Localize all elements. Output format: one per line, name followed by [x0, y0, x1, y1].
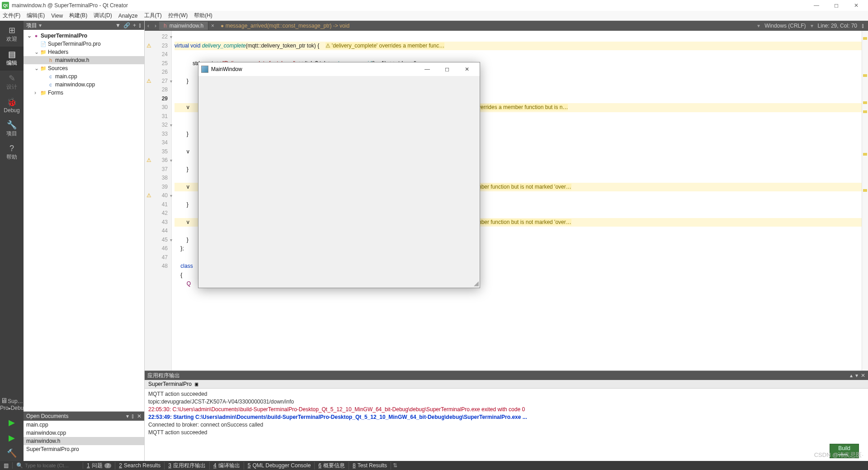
qtcreator-icon: Qt — [2, 2, 9, 9]
close-icon[interactable]: ✕ — [137, 413, 142, 419]
mode-welcome[interactable]: ⊞欢迎 — [0, 23, 24, 47]
child-close-button[interactable]: ✕ — [457, 66, 477, 72]
nav-fwd-icon[interactable]: › — [152, 23, 159, 29]
chevron-down-icon[interactable]: ▾ — [39, 22, 42, 28]
output-close-icon[interactable]: ✕ — [861, 372, 865, 379]
kit-selector[interactable]: 🖥Sup…Pro▸Debug — [0, 394, 24, 415]
tree-item[interactable]: cmainwindow.cpp — [24, 81, 144, 89]
project-pane-header: 项目 ▾ ▼ 🔗 + ⫿ — [24, 21, 144, 30]
mode-projects[interactable]: 🔧项目 — [0, 117, 24, 141]
output-body[interactable]: MQTT action succeededtopic:devupgrade/JC… — [145, 389, 868, 461]
split-editor-icon[interactable]: ⫿ — [862, 23, 864, 29]
split-icon[interactable]: ⫿ — [132, 413, 134, 419]
line-gutter[interactable]: ▾22⚠23242526⚠▾2728293031▾32333435⚠▾36373… — [145, 31, 172, 370]
tree-item[interactable]: hmainwindow.h — [24, 56, 144, 64]
editor-tab[interactable]: h mainwindow.h — [159, 22, 208, 30]
status-tab[interactable]: 8 Test Results — [349, 462, 391, 470]
tree-item[interactable]: ⌄●SuperTerminalPro — [24, 32, 144, 40]
symbol-crumb[interactable]: ● message_arrived(mqtt::const_message_pt… — [217, 23, 353, 29]
menu-debug[interactable]: 调试(D) — [94, 12, 112, 19]
window-minimize-button[interactable]: — — [807, 0, 826, 11]
output-pane: 应用程序输出 ▴ ▾ ✕ SuperTerminalPro ▣ MQTT act… — [145, 370, 868, 461]
open-doc-item[interactable]: mainwindow.h — [24, 437, 144, 445]
run-button[interactable]: ▶ — [9, 415, 15, 430]
mode-bar: ⊞欢迎 ▤编辑 ✎设计 🐞Debug 🔧项目 ?帮助 🖥Sup…Pro▸Debu… — [0, 21, 24, 461]
resize-grip-icon[interactable]: ◢ — [474, 280, 479, 287]
status-tab[interactable]: 6 概要信息 — [315, 462, 349, 470]
tree-item[interactable]: ⌄📁Headers — [24, 48, 144, 56]
open-doc-item[interactable]: main.cpp — [24, 421, 144, 429]
mode-edit[interactable]: ▤编辑 — [0, 47, 24, 71]
open-docs-list[interactable]: main.cppmainwindow.cppmainwindow.hSuperT… — [24, 421, 144, 461]
search-icon: 🔍 — [16, 462, 23, 469]
menu-tools[interactable]: 工具(T) — [144, 12, 162, 19]
menu-build[interactable]: 构建(B) — [69, 12, 87, 19]
build-button[interactable]: 🔨 — [7, 446, 17, 461]
mode-help[interactable]: ?帮助 — [0, 141, 24, 165]
tree-item[interactable]: ›📁Forms — [24, 89, 144, 97]
menu-file[interactable]: 文件(F) — [3, 12, 20, 19]
open-doc-item[interactable]: mainwindow.cpp — [24, 429, 144, 437]
locator-input[interactable] — [25, 463, 79, 468]
app-icon — [201, 66, 208, 73]
build-badge[interactable]: Build━━━━ — [830, 444, 859, 458]
open-docs-header: Open Documents ▾ ⫿ ✕ — [24, 412, 144, 421]
app-titlebar: Qt mainwindow.h @ SuperTerminalPro - Qt … — [0, 0, 868, 11]
open-doc-item[interactable]: SuperTerminalPro.pro — [24, 445, 144, 453]
sidebar-toggle-icon[interactable]: ▥ — [0, 462, 13, 469]
output-up-icon[interactable]: ▴ — [850, 372, 853, 379]
status-tab[interactable]: 1 问题 7 — [83, 462, 115, 470]
child-window-title: MainWindow — [211, 66, 242, 72]
project-tree[interactable]: ⌄●SuperTerminalPro📄SuperTerminalPro.pro⌄… — [24, 30, 144, 411]
window-close-button[interactable]: ✕ — [846, 0, 866, 11]
filter-icon[interactable]: ▼ — [115, 22, 121, 28]
run-debug-button[interactable]: ▶ — [9, 430, 15, 446]
header-file-icon: h — [164, 23, 167, 29]
statusbar: ▥ 🔍 1 问题 72 Search Results3 应用程序输出4 编译输出… — [0, 461, 868, 470]
output-tab[interactable]: SuperTerminalPro ▣ — [145, 380, 868, 389]
tab-close-icon[interactable]: × — [208, 23, 217, 29]
menu-help[interactable]: 帮助(H) — [194, 12, 212, 19]
cursor-position: Line: 29, Col: 70 — [818, 23, 857, 29]
menubar: 文件(F) 编辑(E) View 构建(B) 调试(D) Analyze 工具(… — [0, 11, 868, 21]
split-icon[interactable]: ⫿ — [139, 22, 142, 28]
output-down-icon[interactable]: ▾ — [855, 372, 858, 379]
chevron-down-icon[interactable]: ▾ — [126, 413, 129, 419]
output-title: 应用程序输出 — [147, 372, 180, 380]
minimap[interactable] — [862, 31, 868, 370]
child-minimize-button[interactable]: — — [417, 66, 437, 72]
more-icon[interactable]: ⇅ — [393, 462, 397, 469]
encoding-indicator[interactable]: Windows (CRLF) — [764, 23, 806, 29]
nav-back-icon[interactable]: ‹ — [145, 23, 152, 29]
tree-item[interactable]: 📄SuperTerminalPro.pro — [24, 40, 144, 48]
menu-view[interactable]: View — [51, 13, 63, 19]
child-maximize-button[interactable]: ◻ — [437, 66, 457, 72]
add-icon[interactable]: + — [133, 22, 136, 28]
mode-debug[interactable]: 🐞Debug — [0, 95, 24, 117]
status-tab[interactable]: 2 Search Results — [115, 462, 165, 470]
menu-analyze[interactable]: Analyze — [118, 13, 138, 19]
link-icon[interactable]: 🔗 — [123, 22, 130, 28]
status-tab[interactable]: 3 应用程序输出 — [165, 462, 210, 470]
menu-edit[interactable]: 编辑(E) — [27, 12, 45, 19]
locator[interactable]: 🔍 — [13, 462, 83, 469]
document-tabbar: ‹ › h mainwindow.h × ● message_arrived(m… — [145, 21, 868, 31]
window-title: mainwindow.h @ SuperTerminalPro - Qt Cre… — [12, 2, 128, 9]
run-window[interactable]: MainWindow — ◻ ✕ ◢ — [198, 62, 480, 288]
window-maximize-button[interactable]: ◻ — [826, 0, 846, 11]
mode-design[interactable]: ✎设计 — [0, 71, 24, 95]
tree-item[interactable]: ⌄📁Sources — [24, 64, 144, 72]
status-tab[interactable]: 4 编译输出 — [210, 462, 244, 470]
menu-widgets[interactable]: 控件(W) — [168, 12, 188, 19]
tree-item[interactable]: cmain.cpp — [24, 72, 144, 81]
status-tab[interactable]: 5 QML Debugger Console — [244, 462, 315, 470]
